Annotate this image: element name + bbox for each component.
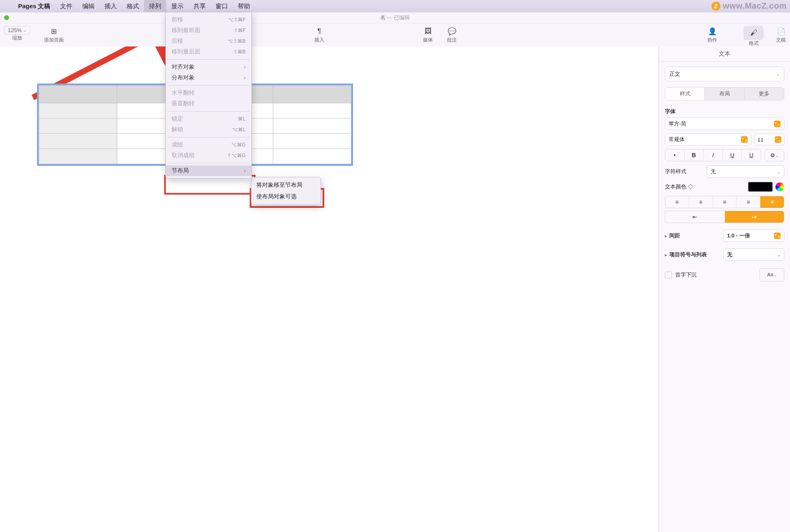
svg-line-0 — [33, 46, 160, 50]
insert-button[interactable]: ¶ 插入 — [314, 26, 324, 44]
zoom-control[interactable]: 125%⌄ 缩放 — [4, 26, 30, 42]
watermark-text: www.MacZ.com — [723, 1, 787, 11]
comments-button[interactable]: 💬 批注 — [447, 26, 457, 44]
document-canvas[interactable] — [0, 46, 659, 50]
menu-file[interactable]: 文件 — [55, 0, 77, 12]
pilcrow-icon: ¶ — [318, 26, 321, 37]
collab-button[interactable]: 👤 协作 — [707, 26, 717, 44]
menu-item: 移到最前面⇧⌘F — [166, 25, 251, 36]
menu-edit[interactable]: 编辑 — [77, 0, 100, 12]
inspector-panel: 文本 正文⌄ 样式 布局 更多 字体 苹方-简⌃⌄ 常规体⌃⌄ 11 — [659, 46, 790, 50]
menu-window[interactable]: 窗口 — [211, 0, 233, 12]
plus-page-icon: ⊞ — [51, 26, 57, 37]
menu-share[interactable]: 共享 — [188, 0, 211, 12]
menu-format[interactable]: 格式 — [122, 0, 144, 12]
arrange-dropdown: 前移⌥⇧⌘F移到最前面⇧⌘F后移⌥⇧⌘B移到最后面⇧⌘B对齐对象›分布对象›水平… — [165, 12, 252, 50]
image-icon: 🖼 — [425, 26, 432, 37]
menu-help[interactable]: 帮助 — [233, 0, 255, 12]
menu-arrange[interactable]: 排列 — [144, 0, 166, 12]
person-icon: 👤 — [708, 26, 717, 37]
inspector-tab-text[interactable]: 文本 — [659, 46, 790, 50]
menu-item: 后移⌥⇧⌘B — [166, 36, 251, 46]
document-button[interactable]: 📄 文稿 — [776, 26, 786, 44]
document-icon: 📄 — [777, 26, 785, 37]
main-area: 文本 正文⌄ 样式 布局 更多 字体 苹方-简⌃⌄ 常规体⌃⌄ 11 — [0, 46, 790, 50]
window-title: 名 — 已编辑 — [380, 14, 410, 21]
paintbrush-icon: 🖌 — [744, 26, 764, 40]
menu-insert[interactable]: 插入 — [100, 0, 122, 12]
menu-item: 前移⌥⇧⌘F — [166, 14, 251, 25]
add-page-button[interactable]: ⊞ 添加页面 — [44, 26, 64, 44]
window-titlebar: 名 — 已编辑 — [0, 12, 790, 23]
menubar-app[interactable]: Pages 文稿 — [13, 0, 55, 12]
chevron-down-icon: ⌄ — [23, 28, 26, 33]
media-button[interactable]: 🖼 媒体 — [423, 26, 433, 44]
comment-icon: 💬 — [448, 26, 456, 37]
watermark-badge-icon: Z — [711, 2, 720, 11]
annotation-arrow-icon — [25, 46, 173, 50]
watermark: Z www.MacZ.com — [711, 0, 787, 12]
zoom-label: 缩放 — [12, 35, 22, 42]
menu-view[interactable]: 显示 — [166, 0, 188, 12]
menu-item: 移到最后面⇧⌘B — [166, 46, 251, 50]
mac-menubar: Pages 文稿 文件 编辑 插入 格式 排列 显示 共享 窗口 帮助 Z ww… — [0, 0, 790, 12]
format-button[interactable]: 🖌 格式 — [744, 26, 764, 47]
traffic-light-green-icon[interactable] — [4, 15, 9, 20]
